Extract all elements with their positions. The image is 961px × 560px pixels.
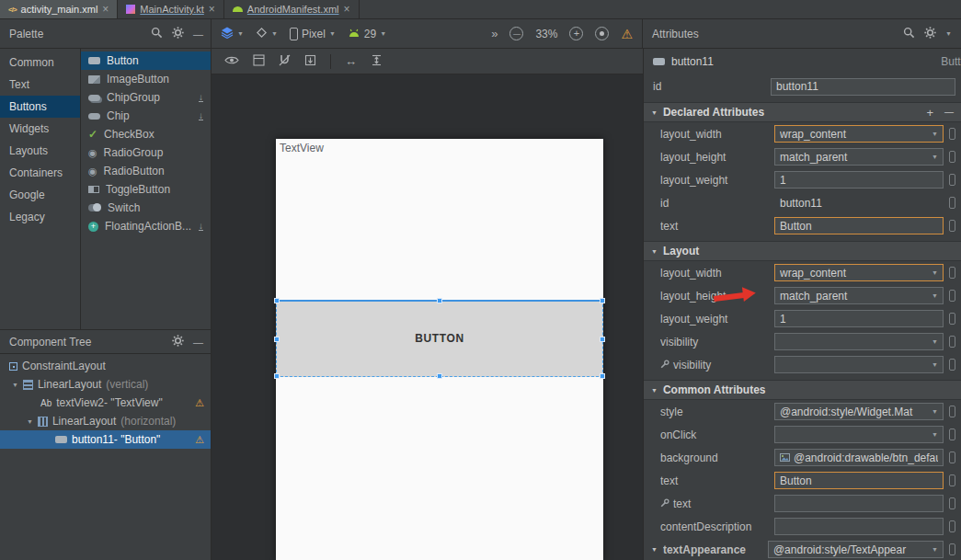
layout-weight-input[interactable]: 1 (774, 310, 944, 327)
category-common[interactable]: Common (0, 51, 80, 74)
download-icon[interactable]: ↓ (199, 222, 203, 231)
resize-handle[interactable] (437, 373, 442, 379)
gear-icon[interactable] (924, 27, 936, 41)
pick-resource-button[interactable] (949, 429, 955, 440)
resize-handle[interactable] (600, 298, 605, 303)
tree-item-linearlayout-vertical[interactable]: ▼ LinearLayout (vertical) (0, 375, 211, 394)
palette-item-switch[interactable]: Switch (81, 199, 211, 217)
close-icon[interactable]: × (209, 5, 215, 14)
pick-resource-button[interactable] (949, 406, 955, 417)
warning-icon[interactable]: ⚠ (195, 434, 204, 446)
category-layouts[interactable]: Layouts (0, 140, 80, 162)
contentdescription-input[interactable] (774, 518, 944, 535)
section-common-attributes[interactable]: ▼ Common Attributes (644, 380, 961, 400)
resize-handle[interactable] (600, 373, 605, 379)
expand-triangle-icon[interactable]: ▼ (27, 418, 33, 425)
pick-resource-button[interactable] (949, 197, 955, 209)
search-icon[interactable] (903, 27, 915, 41)
category-buttons[interactable]: Buttons (0, 96, 80, 118)
style-dropdown[interactable]: @android:style/Widget.Mat ▼ (774, 403, 944, 420)
pick-resource-button[interactable] (949, 474, 955, 486)
zoom-to-fit-button[interactable] (595, 27, 609, 40)
tab-androidmanifest-xml[interactable]: AndroidManifest.xml × (224, 0, 360, 18)
resize-handle[interactable] (274, 298, 280, 303)
palette-item-checkbox[interactable]: CheckBox (81, 125, 211, 143)
chevron-down-icon[interactable]: ▼ (945, 30, 952, 37)
layout-height-dropdown[interactable]: match_parent ▼ (774, 287, 944, 304)
pick-resource-button[interactable] (949, 543, 955, 555)
tools-visibility-dropdown[interactable]: ▼ (774, 356, 944, 373)
add-attribute-button[interactable]: + (926, 107, 933, 119)
pick-resource-button[interactable] (949, 497, 955, 509)
tree-item-constraintlayout[interactable]: ConstraintLayout (0, 357, 211, 375)
minimize-icon[interactable]: — (193, 337, 203, 348)
text-input[interactable]: Button (774, 217, 944, 234)
text-input[interactable]: Button (774, 472, 944, 489)
category-widgets[interactable]: Widgets (0, 118, 80, 140)
pick-resource-button[interactable] (949, 151, 955, 163)
id-input[interactable]: button11 (771, 78, 955, 96)
section-declared-attributes[interactable]: ▼ Declared Attributes + — (644, 102, 961, 122)
minimize-icon[interactable]: — (193, 29, 203, 40)
pick-resource-button[interactable] (949, 520, 955, 532)
resize-handle[interactable] (274, 337, 280, 342)
gear-icon[interactable] (172, 335, 184, 349)
category-legacy[interactable]: Legacy (0, 206, 80, 228)
tree-item-button11[interactable]: button11- "Button" ⚠ (0, 430, 211, 449)
device-artboard[interactable]: TextView BUTTON (276, 139, 603, 560)
api-level-selector[interactable]: 29 ▼ (348, 28, 386, 40)
layout-weight-input[interactable]: 1 (774, 171, 944, 189)
collapse-triangle-icon[interactable]: ▼ (651, 546, 658, 553)
pick-resource-button[interactable] (949, 359, 955, 371)
palette-item-button[interactable]: Button (81, 51, 211, 70)
pick-resource-button[interactable] (949, 290, 955, 302)
resize-handle[interactable] (274, 373, 280, 379)
warning-icon[interactable]: ⚠ (195, 397, 204, 409)
pick-resource-button[interactable] (949, 174, 955, 186)
device-selector[interactable]: Pixel ▼ (290, 28, 336, 40)
download-icon[interactable]: ↓ (199, 111, 203, 120)
category-text[interactable]: Text (0, 74, 80, 96)
warnings-icon[interactable]: ⚠ (621, 27, 633, 41)
id-value[interactable]: button11 (774, 194, 944, 211)
zoom-out-button[interactable]: — (509, 27, 523, 40)
close-icon[interactable]: × (102, 5, 109, 14)
expand-triangle-icon[interactable]: ▼ (12, 382, 18, 388)
category-containers[interactable]: Containers (0, 162, 80, 184)
magnet-icon[interactable] (279, 54, 291, 69)
orientation-selector[interactable]: ▼ (256, 27, 278, 41)
palette-item-chip[interactable]: Chip ↓ (81, 107, 211, 125)
onclick-dropdown[interactable]: ▼ (774, 426, 944, 443)
palette-item-imagebutton[interactable]: ImageButton (81, 70, 211, 88)
tab-activity-main-xml[interactable]: activity_main.xml × (0, 0, 118, 18)
textappearance-dropdown[interactable]: @android:style/TextAppear ▼ (768, 541, 944, 558)
distribute-vertical-icon[interactable] (371, 54, 383, 69)
pick-resource-button[interactable] (949, 267, 955, 279)
resize-handle[interactable] (600, 337, 605, 342)
tree-item-linearlayout-horizontal[interactable]: ▼ LinearLayout (horizontal) (0, 412, 211, 430)
eye-icon[interactable] (224, 55, 239, 68)
resize-handle[interactable] (437, 298, 442, 303)
remove-attribute-button[interactable]: — (944, 108, 954, 117)
pick-resource-button[interactable] (949, 336, 955, 348)
layout-width-dropdown[interactable]: wrap_content ▼ (774, 125, 944, 143)
canvas-button-widget[interactable]: BUTTON (276, 300, 603, 377)
border-frame-icon[interactable] (253, 54, 265, 69)
overflow-chevrons-icon[interactable]: » (491, 27, 498, 40)
pick-resource-button[interactable] (949, 451, 955, 463)
layout-height-dropdown[interactable]: match_parent ▼ (774, 148, 944, 166)
gear-icon[interactable] (172, 27, 184, 41)
visibility-dropdown[interactable]: ▼ (774, 333, 944, 350)
pick-resource-button[interactable] (949, 220, 955, 232)
palette-item-floatingactionbutton[interactable]: FloatingActionB... ↓ (81, 217, 211, 235)
tab-mainactivity-kt[interactable]: MainActivity.kt × (118, 0, 224, 18)
close-icon[interactable]: × (344, 5, 350, 14)
palette-item-radiogroup[interactable]: RadioGroup (81, 143, 211, 162)
category-google[interactable]: Google (0, 184, 80, 206)
pick-resource-button[interactable] (949, 128, 955, 140)
section-layout[interactable]: ▼ Layout (644, 241, 961, 261)
download-icon[interactable]: ↓ (199, 93, 203, 102)
search-icon[interactable] (151, 27, 163, 41)
tools-text-input[interactable] (774, 495, 944, 512)
zoom-in-button[interactable]: + (569, 27, 583, 40)
